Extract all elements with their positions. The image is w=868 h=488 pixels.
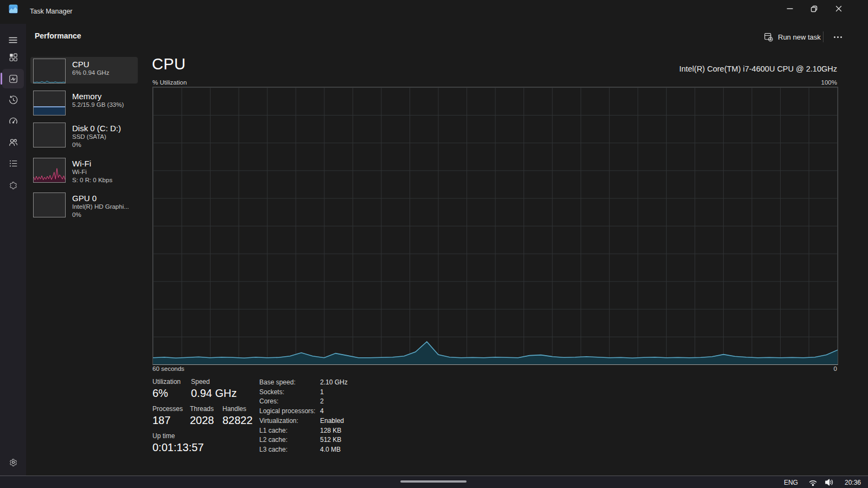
minimize-button[interactable]: [777, 0, 802, 17]
detail-label: Base speed:: [259, 378, 320, 388]
stat-value: 187: [152, 414, 183, 427]
sidebar-item-performance[interactable]: [2, 69, 24, 88]
taskbar: ENG 20:36: [0, 476, 868, 488]
detail-value: 4: [320, 407, 324, 416]
sidebar-item-processes[interactable]: [2, 47, 24, 67]
perf-list-item-wifi[interactable]: Wi-Fi Wi-Fi S: 0 R: 0 Kbps: [30, 156, 138, 187]
startup-apps-icon: [8, 116, 18, 126]
detail-row-l3-cache: L3 cache:4.0 MB: [259, 445, 422, 455]
wifi-thumb-chart: [34, 158, 65, 182]
close-button[interactable]: [826, 0, 851, 17]
perf-item-subtitle: 0%: [72, 211, 129, 219]
chart-x-left-label: 60 seconds: [152, 365, 184, 372]
stat-label: Up time: [152, 432, 204, 440]
detail-label: Virtualization:: [259, 416, 320, 426]
stat-label: Utilization: [152, 378, 181, 386]
perf-list-item-disk[interactable]: Disk 0 (C: D:) SSD (SATA) 0%: [30, 121, 138, 151]
stat-value: 2028: [190, 414, 214, 427]
restore-button[interactable]: [802, 0, 826, 17]
page-title: Performance: [35, 31, 81, 40]
perf-item-subtitle: 0%: [72, 141, 121, 149]
sidebar-item-services[interactable]: [2, 175, 24, 195]
detail-value: 512 KB: [320, 435, 341, 445]
disk-sparkline-thumbnail: [33, 123, 66, 147]
stat-value: 6%: [152, 387, 181, 400]
window-title: Task Manager: [30, 8, 73, 15]
perf-item-title: GPU 0: [72, 194, 129, 203]
detail-value: Enabled: [320, 416, 344, 426]
sidebar-item-settings[interactable]: [2, 452, 24, 472]
ellipsis-icon: [834, 36, 835, 38]
task-manager-app-icon: [9, 4, 18, 14]
close-icon: [835, 5, 842, 12]
detail-row-logical-processors: Logical processors:4: [259, 407, 422, 416]
stat-handles: Handles 82822: [222, 405, 253, 427]
cpu-details-block: Base speed:2.10 GHz Sockets:1 Cores:2 Lo…: [259, 378, 422, 455]
cpu-utilization-chart[interactable]: [152, 87, 838, 365]
detail-row-virtualization: Virtualization:Enabled: [259, 416, 422, 426]
run-new-task-button[interactable]: Run new task: [761, 29, 824, 45]
wifi-tray-button[interactable]: [808, 479, 818, 486]
detail-value: 1: [320, 388, 324, 397]
stat-processes: Processes 187: [152, 405, 183, 427]
stat-threads: Threads 2028: [190, 405, 214, 427]
perf-list-item-memory[interactable]: Memory 5.2/15.9 GB (33%): [30, 89, 138, 115]
language-indicator[interactable]: ENG: [781, 478, 801, 487]
perf-item-title: Disk 0 (C: D:): [72, 124, 121, 133]
stat-label: Threads: [190, 405, 214, 413]
sidebar-item-details[interactable]: [2, 153, 24, 173]
navigation-rail: [0, 24, 26, 476]
performance-icon: [8, 74, 18, 84]
services-icon: [8, 180, 18, 190]
minimize-icon: [787, 5, 793, 12]
taskbar-handle[interactable]: [400, 480, 467, 483]
stat-value: 0:01:13:57: [152, 441, 204, 454]
users-icon: [8, 137, 18, 147]
wifi-icon: [808, 479, 818, 486]
stat-value: 82822: [222, 414, 253, 427]
sidebar-item-startup-apps[interactable]: [2, 111, 24, 131]
gpu-sparkline-thumbnail: [33, 192, 66, 217]
perf-item-subtitle: 6% 0.94 GHz: [72, 69, 109, 77]
processes-icon: [8, 52, 18, 62]
more-options-button[interactable]: [828, 30, 847, 44]
detail-label: L2 cache:: [259, 435, 320, 445]
perf-list-item-gpu[interactable]: GPU 0 Intel(R) HD Graphi... 0%: [30, 191, 138, 221]
run-new-task-label: Run new task: [778, 33, 821, 41]
detail-label: Sockets:: [259, 388, 320, 397]
perf-item-title: Memory: [72, 92, 124, 101]
restore-icon: [810, 5, 818, 12]
hamburger-icon: [8, 35, 18, 45]
app-history-icon: [8, 95, 18, 105]
perf-item-title: CPU: [72, 60, 109, 69]
header-divider: [823, 31, 824, 42]
stat-value: 0.94 GHz: [191, 387, 237, 400]
system-tray: ENG 20:36: [781, 476, 864, 488]
clock[interactable]: 20:36: [841, 478, 864, 487]
chart-y-max-label: 100%: [821, 79, 837, 86]
detail-label: L1 cache:: [259, 426, 320, 436]
titlebar: Task Manager: [0, 0, 868, 24]
detail-label: L3 cache:: [259, 445, 320, 455]
volume-tray-button[interactable]: [825, 478, 834, 486]
perf-item-subtitle: Wi-Fi: [72, 168, 112, 176]
sidebar-item-users[interactable]: [2, 132, 24, 152]
stat-label: Processes: [152, 405, 183, 413]
perf-item-subtitle: 5.2/15.9 GB (33%): [72, 101, 124, 109]
memory-usage-thumbnail: [33, 91, 66, 115]
details-icon: [8, 158, 18, 169]
chart-y-axis-title: % Utilization: [152, 79, 187, 86]
detail-row-l1-cache: L1 cache:128 KB: [259, 426, 422, 436]
wifi-sparkline-thumbnail: [33, 158, 66, 183]
stat-label: Speed: [191, 378, 237, 386]
cpu-thumb-chart: [34, 59, 65, 83]
task-manager-window: Task Manager: [0, 0, 868, 476]
speaker-icon: [825, 478, 834, 486]
memory-band: [34, 106, 65, 115]
perf-list-item-cpu[interactable]: CPU 6% 0.94 GHz: [30, 57, 138, 84]
cpu-sparkline-thumbnail: [33, 59, 66, 84]
perf-item-subtitle: Intel(R) HD Graphi...: [72, 203, 129, 211]
sidebar-item-app-history[interactable]: [2, 90, 24, 110]
detail-label: Cores:: [259, 397, 320, 407]
cpu-section-title: CPU: [152, 55, 186, 73]
